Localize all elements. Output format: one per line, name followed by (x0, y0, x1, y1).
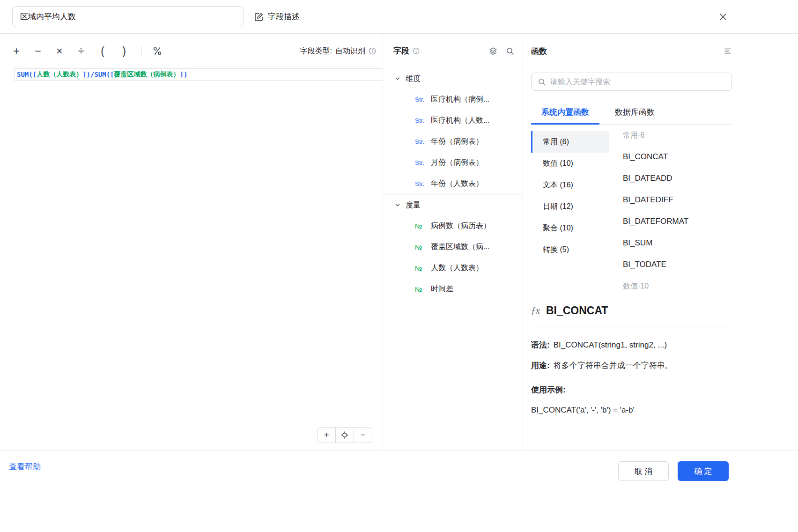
field-name: 病例数（病历表） (431, 221, 491, 231)
multiply-operator-button[interactable]: × (49, 42, 70, 60)
field-type-info-icon[interactable] (369, 47, 376, 55)
formula-field-ref: 人数（人数表） (37, 70, 82, 79)
string-type-icon: Str. (415, 180, 431, 187)
field-description-button[interactable]: 字段描述 (254, 11, 300, 22)
dimension-field-item[interactable]: Str. 月份（病例表） (383, 152, 523, 173)
plus-operator-button[interactable]: + (6, 42, 27, 60)
measures-section-label: 度量 (406, 200, 421, 210)
dimensions-section-header[interactable]: 维度 (383, 68, 523, 89)
measure-field-item[interactable]: № 时间差 (383, 279, 523, 300)
fields-pane: 字段 (383, 34, 523, 451)
number-type-icon: № (415, 286, 431, 293)
dimensions-section: 维度 Str. 医疗机构（病例... Str. 医疗机构（人数... Str. … (383, 68, 523, 194)
function-item[interactable]: BI_DATEDIFF (623, 189, 732, 211)
field-name: 医疗机构（人数... (431, 116, 489, 126)
field-name-input[interactable] (12, 6, 244, 27)
cancel-button[interactable]: 取 消 (618, 461, 669, 481)
function-detail-name: BI_CONCAT (546, 304, 608, 317)
divide-operator-button[interactable]: ÷ (70, 42, 92, 60)
percent-slash-icon (152, 46, 163, 56)
field-type-value[interactable]: 自动识别 (335, 46, 365, 56)
field-name: 时间差 (431, 284, 453, 294)
function-group-header: 数值·10 (623, 275, 732, 293)
layers-icon[interactable] (489, 47, 497, 55)
string-type-icon: Str. (415, 96, 431, 103)
functions-pane-title: 函数 (531, 46, 547, 57)
string-type-icon: Str. (415, 159, 431, 166)
zoom-in-button[interactable]: + (317, 427, 336, 443)
string-type-icon: Str. (415, 117, 431, 124)
help-link[interactable]: 查看帮助 (9, 461, 41, 472)
functions-pane-header: 函数 (531, 34, 732, 68)
function-list: 常用·6 BI_CONCAT BI_DATEADD BI_DATEDIFF BI… (609, 125, 732, 293)
toolbar-divider (141, 46, 142, 56)
function-list-settings-icon[interactable] (724, 47, 732, 55)
crosshair-icon (340, 431, 349, 439)
number-type-icon: № (415, 265, 431, 272)
function-item[interactable]: BI_CONCAT (623, 146, 732, 168)
function-item[interactable]: BI_TODATE (623, 254, 732, 275)
category-numeric[interactable]: 数值 (10) (531, 153, 609, 174)
field-name: 年份（人数表） (431, 179, 483, 189)
function-item[interactable]: BI_DATEFORMAT (623, 211, 732, 232)
tab-database-functions[interactable]: 数据库函数 (605, 105, 665, 125)
close-button[interactable] (717, 10, 730, 23)
field-type-label: 字段类型: (300, 46, 332, 56)
formula-field-ref: 覆盖区域数（病例表） (114, 70, 180, 79)
field-search-icon[interactable] (506, 47, 514, 55)
formula-keyword: SUM([ (17, 71, 37, 78)
measure-field-item[interactable]: № 病例数（病历表） (383, 215, 523, 236)
edit-icon (254, 12, 264, 22)
function-item[interactable]: BI_SUM (623, 232, 732, 254)
number-type-icon: № (415, 222, 431, 230)
dimension-field-item[interactable]: Str. 年份（人数表） (383, 173, 523, 194)
formula-editor-pane: + − × ÷ ( ) 字段类型: 自动识别 (0, 34, 383, 451)
measures-section-header[interactable]: 度量 (383, 195, 523, 215)
syntax-label: 语法: (531, 340, 550, 349)
dimension-field-item[interactable]: Str. 医疗机构（病例... (383, 89, 523, 110)
field-name: 人数（人数表） (431, 263, 483, 273)
confirm-button[interactable]: 确 定 (678, 461, 729, 481)
category-date[interactable]: 日期 (12) (531, 196, 609, 217)
measure-field-item[interactable]: № 人数（人数表） (383, 258, 523, 279)
fx-icon: ƒx (531, 305, 540, 316)
zoom-out-button[interactable]: − (354, 427, 372, 443)
measure-field-item[interactable]: № 覆盖区域数（病... (383, 236, 523, 258)
category-aggregate[interactable]: 聚合 (10) (531, 217, 609, 239)
formula-keyword: ]) (180, 71, 188, 78)
tab-builtin-functions[interactable]: 系统内置函数 (531, 105, 599, 125)
function-group-header: 常用·6 (623, 125, 732, 146)
right-paren-button[interactable]: ) (113, 42, 135, 60)
formula-keyword: ])/SUM([ (82, 71, 114, 78)
string-type-icon: Str. (415, 138, 431, 145)
function-browser: 常用 (6) 数值 (10) 文本 (16) 日期 (12) 聚合 (10) 转… (531, 125, 732, 293)
left-paren-button[interactable]: ( (92, 42, 113, 60)
function-detail: ƒx BI_CONCAT 语法:BI_CONCAT(string1, strin… (531, 304, 732, 415)
measures-section: 度量 № 病例数（病历表） № 覆盖区域数（病... № 人数（人数表） № 时… (383, 194, 523, 300)
locate-button[interactable] (335, 427, 354, 443)
fields-pane-title: 字段 (393, 45, 409, 56)
function-item[interactable]: BI_DATEADD (623, 168, 732, 189)
field-name: 年份（病例表） (431, 137, 483, 147)
usage-value: 将多个字符串合并成一个字符串。 (554, 361, 673, 370)
chevron-down-icon (395, 202, 400, 208)
dimension-field-item[interactable]: Str. 年份（病例表） (383, 131, 523, 152)
formula-line: SUM([人数（人数表）])/SUM([覆盖区域数（病例表）]) (14, 68, 383, 81)
fields-info-icon[interactable] (413, 47, 420, 54)
field-type-group: 字段类型: 自动识别 (300, 46, 376, 56)
number-type-icon: № (415, 244, 431, 251)
category-common[interactable]: 常用 (6) (531, 131, 609, 153)
minus-operator-button[interactable]: − (27, 42, 49, 60)
dimension-field-item[interactable]: Str. 医疗机构（人数... (383, 110, 523, 131)
formula-editor[interactable]: SUM([人数（人数表）])/SUM([覆盖区域数（病例表）]) (0, 68, 383, 451)
category-convert[interactable]: 转换 (5) (531, 239, 609, 260)
search-icon (538, 78, 546, 86)
category-text[interactable]: 文本 (16) (531, 174, 609, 196)
editor-zoom-controls: + − (317, 427, 372, 443)
field-description-label: 字段描述 (268, 11, 300, 22)
close-icon (717, 11, 729, 22)
dialog-header: 字段描述 (0, 0, 798, 34)
function-search-input[interactable] (550, 78, 725, 86)
percent-operator-button[interactable] (148, 42, 166, 60)
usage-label: 用途: (531, 361, 550, 370)
